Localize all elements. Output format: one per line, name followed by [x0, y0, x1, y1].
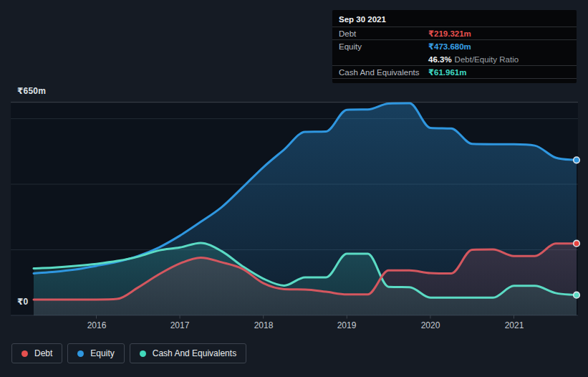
tooltip-ratio-value: 46.3%	[428, 55, 452, 64]
tooltip-date: Sep 30 2021	[332, 10, 577, 27]
tooltip-ratio-row: 46.3%Debt/Equity Ratio	[332, 53, 577, 66]
tooltip-ratio-label: Debt/Equity Ratio	[455, 55, 519, 64]
cash-series-dot-icon	[140, 350, 146, 357]
equity-series-dot-icon	[77, 350, 84, 357]
x-tick-2019: 2019	[331, 320, 362, 330]
debt-series-dot-icon	[21, 350, 28, 357]
tooltip-cash-value: ₹61.961m	[428, 67, 466, 77]
x-tick-2020: 2020	[415, 320, 446, 330]
chart-tooltip: Sep 30 2021 Debt ₹219.321m Equity ₹473.6…	[332, 10, 577, 83]
legend-cash-label: Cash And Equivalents	[153, 348, 236, 358]
tooltip-equity-value: ₹473.680m	[428, 42, 471, 52]
balance-sheet-history-chart: ₹650m ₹0 2016 2017 2018 2019 2020 2021 S…	[0, 0, 588, 377]
legend-item-debt[interactable]: Debt	[11, 343, 62, 363]
x-tick-2017: 2017	[164, 320, 196, 330]
tooltip-equity-label: Equity	[339, 42, 428, 51]
tooltip-cash-row: Cash And Equivalents ₹61.961m	[332, 66, 577, 79]
legend-debt-label: Debt	[34, 348, 52, 358]
legend-item-cash[interactable]: Cash And Equivalents	[130, 343, 246, 363]
x-tick-2018: 2018	[248, 320, 279, 330]
legend-equity-label: Equity	[90, 348, 114, 358]
x-tick-2021: 2021	[498, 320, 530, 330]
tooltip-debt-value: ₹219.321m	[428, 29, 471, 39]
tooltip-debt-row: Debt ₹219.321m	[332, 27, 577, 40]
tooltip-cash-label: Cash And Equivalents	[339, 68, 428, 77]
tooltip-equity-row: Equity ₹473.680m	[332, 40, 577, 53]
legend-item-equity[interactable]: Equity	[67, 343, 124, 363]
chart-legend: Debt Equity Cash And Equivalents	[11, 343, 246, 363]
tooltip-debt-label: Debt	[339, 29, 428, 38]
x-tick-2016: 2016	[81, 320, 112, 330]
y-axis-max-label: ₹650m	[17, 86, 46, 96]
y-axis-zero-label: ₹0	[17, 297, 28, 307]
